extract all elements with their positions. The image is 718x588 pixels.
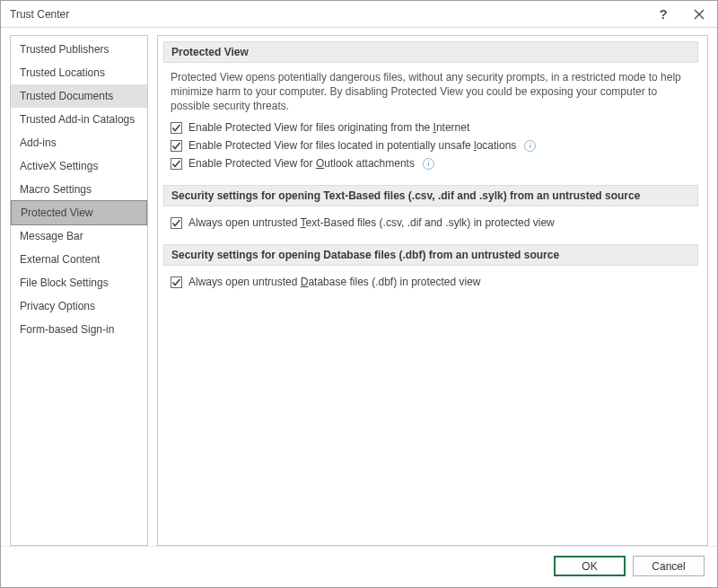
section-body-text-based: Always open untrusted Text-Based files (… bbox=[163, 214, 698, 244]
sidebar-item-macro-settings[interactable]: Macro Settings bbox=[11, 178, 147, 201]
checkmark-icon bbox=[171, 218, 181, 228]
sidebar-item-label: Message Bar bbox=[20, 230, 83, 242]
sidebar-item-label: Form-based Sign-in bbox=[20, 323, 114, 336]
checkmark-icon bbox=[171, 277, 181, 287]
sidebar-item-file-block-settings[interactable]: File Block Settings bbox=[11, 271, 147, 294]
checkbox-label-internet: Enable Protected View for files originat… bbox=[188, 121, 469, 134]
section-header-database: Security settings for opening Database f… bbox=[163, 244, 698, 266]
info-icon[interactable]: i bbox=[524, 140, 536, 152]
checkbox-row-text-based[interactable]: Always open untrusted Text-Based files (… bbox=[171, 214, 691, 232]
sidebar-item-activex-settings[interactable]: ActiveX Settings bbox=[11, 154, 147, 178]
sidebar-item-trusted-locations[interactable]: Trusted Locations bbox=[11, 61, 147, 84]
checkmark-icon bbox=[171, 141, 181, 151]
section-body-protected-view: Protected View opens potentially dangero… bbox=[163, 70, 698, 185]
checkbox-internet[interactable] bbox=[171, 122, 182, 134]
sidebar-item-addins[interactable]: Add-ins bbox=[11, 131, 147, 154]
sidebar-item-trusted-addin-catalogs[interactable]: Trusted Add-in Catalogs bbox=[11, 108, 147, 131]
footer: OK Cancel bbox=[1, 546, 717, 587]
checkbox-label-database: Always open untrusted Database files (.d… bbox=[188, 276, 481, 288]
checkbox-label-text-based: Always open untrusted Text-Based files (… bbox=[188, 216, 555, 229]
sidebar-item-message-bar[interactable]: Message Bar bbox=[11, 224, 147, 248]
sidebar-item-label: ActiveX Settings bbox=[20, 160, 98, 172]
sidebar-item-label: Protected View bbox=[21, 206, 93, 219]
cancel-button[interactable]: Cancel bbox=[633, 556, 705, 576]
checkbox-row-internet[interactable]: Enable Protected View for files originat… bbox=[171, 118, 691, 136]
close-icon bbox=[694, 9, 705, 20]
close-button[interactable] bbox=[681, 1, 717, 28]
ok-button[interactable]: OK bbox=[554, 556, 626, 576]
sidebar-item-label: Trusted Locations bbox=[20, 66, 105, 79]
protected-view-description: Protected View opens potentially dangero… bbox=[171, 70, 691, 113]
sidebar-item-protected-view[interactable]: Protected View bbox=[11, 200, 147, 225]
main-pane: Protected View Protected View opens pote… bbox=[157, 35, 708, 546]
sidebar-item-privacy-options[interactable]: Privacy Options bbox=[11, 294, 147, 318]
checkbox-outlook[interactable] bbox=[171, 158, 182, 170]
sidebar-item-label: Trusted Publishers bbox=[20, 43, 109, 56]
window-title: Trust Center bbox=[10, 8, 645, 21]
sidebar-item-label: Macro Settings bbox=[20, 183, 92, 196]
checkbox-row-database[interactable]: Always open untrusted Database files (.d… bbox=[171, 273, 691, 291]
section-body-database: Always open untrusted Database files (.d… bbox=[163, 273, 698, 303]
sidebar-item-label: Add-ins bbox=[20, 136, 57, 149]
checkbox-database[interactable] bbox=[171, 276, 182, 288]
checkbox-row-unsafe-locations[interactable]: Enable Protected View for files located … bbox=[171, 136, 691, 154]
titlebar: Trust Center ? bbox=[1, 1, 717, 28]
checkbox-label-outlook: Enable Protected View for Outlook attach… bbox=[188, 157, 415, 170]
checkmark-icon bbox=[171, 123, 181, 133]
content-area: Trusted Publishers Trusted Locations Tru… bbox=[1, 28, 717, 546]
checkbox-text-based[interactable] bbox=[171, 217, 182, 229]
sidebar-item-label: Trusted Documents bbox=[20, 90, 113, 102]
sidebar-item-label: Privacy Options bbox=[20, 300, 95, 312]
info-icon[interactable]: i bbox=[423, 158, 434, 170]
sidebar: Trusted Publishers Trusted Locations Tru… bbox=[10, 35, 148, 546]
section-header-protected-view: Protected View bbox=[163, 41, 698, 63]
sidebar-item-external-content[interactable]: External Content bbox=[11, 248, 147, 271]
sidebar-item-label: Trusted Add-in Catalogs bbox=[20, 113, 135, 126]
sidebar-item-trusted-publishers[interactable]: Trusted Publishers bbox=[11, 38, 147, 61]
help-button[interactable]: ? bbox=[645, 1, 681, 28]
checkbox-label-unsafe-locations: Enable Protected View for files located … bbox=[188, 139, 516, 152]
sidebar-item-label: File Block Settings bbox=[20, 276, 109, 289]
checkmark-icon bbox=[171, 159, 181, 169]
checkbox-unsafe-locations[interactable] bbox=[171, 140, 182, 152]
sidebar-item-trusted-documents[interactable]: Trusted Documents bbox=[11, 84, 147, 108]
section-header-text-based: Security settings for opening Text-Based… bbox=[163, 185, 698, 206]
sidebar-item-form-based-signin[interactable]: Form-based Sign-in bbox=[11, 318, 147, 341]
checkbox-row-outlook[interactable]: Enable Protected View for Outlook attach… bbox=[171, 154, 691, 172]
sidebar-item-label: External Content bbox=[20, 253, 100, 266]
